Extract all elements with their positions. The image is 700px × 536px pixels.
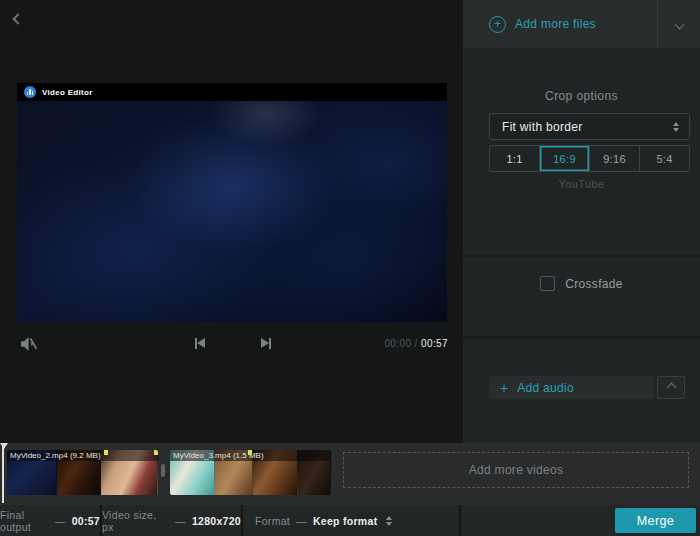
final-output-cell: Final output — 00:57 xyxy=(0,505,100,536)
aspect-ratio-group: 1:1 16:9 9:16 5:4 xyxy=(489,145,690,172)
time-divider: / xyxy=(415,338,418,349)
format-label: Format xyxy=(255,515,290,527)
add-audio-button[interactable]: + Add audio xyxy=(489,376,654,399)
video-size-label: Video size, px xyxy=(102,509,169,533)
trim-marker[interactable] xyxy=(248,450,252,455)
format-cell: Format — Keep format xyxy=(243,505,459,536)
collapse-audio-button[interactable] xyxy=(657,376,685,399)
video-size-cell: Video size, px — 1280x720 xyxy=(102,505,241,536)
crop-mode-select[interactable]: Fit with border xyxy=(489,113,690,140)
editor-pane: Video Editor 00:00 / 00:57 xyxy=(0,0,463,443)
skip-previous-button[interactable] xyxy=(195,338,205,349)
trim-marker[interactable] xyxy=(104,450,108,455)
section-divider xyxy=(463,336,700,338)
timeline-clip-1[interactable]: MyVideo_2.mp4 (9.2 MB) xyxy=(7,450,158,495)
ratio-9-16-button[interactable]: 9:16 xyxy=(590,146,640,171)
plus-circle-icon: + xyxy=(489,16,506,33)
chevron-up-icon xyxy=(666,383,676,393)
crossfade-row: Crossfade xyxy=(463,276,700,291)
timeline: MyVideo_2.mp4 (9.2 MB) MyVideo_3.mp4 (1.… xyxy=(0,443,700,505)
crossfade-label: Crossfade xyxy=(565,277,622,291)
video-editor-badge: Video Editor xyxy=(42,88,93,97)
add-more-files-label: Add more files xyxy=(515,17,596,31)
time-total: 00:57 xyxy=(421,338,448,349)
skip-next-button[interactable] xyxy=(261,338,271,349)
footer-bar: Final output — 00:57 Video size, px — 12… xyxy=(0,505,700,536)
video-canvas[interactable] xyxy=(17,101,447,322)
select-stepper-icon xyxy=(673,122,679,132)
merge-cell: Merge xyxy=(461,505,700,536)
back-button[interactable] xyxy=(14,9,30,25)
crop-mode-value: Fit with border xyxy=(502,120,673,134)
video-size-value: 1280x720 xyxy=(192,515,241,527)
video-merger-app: Video Editor 00:00 / 00:57 xyxy=(0,0,700,536)
muted-speaker-icon xyxy=(20,336,38,352)
timeline-clip-2[interactable]: MyVideo_3.mp4 (1.5 MB) xyxy=(170,450,331,495)
final-output-label: Final output xyxy=(0,509,49,533)
time-display: 00:00 / 00:57 xyxy=(384,338,448,349)
options-sidebar: + Add more files Crop options Fit with b… xyxy=(463,0,700,443)
add-more-files-bar[interactable]: + Add more files xyxy=(463,0,700,48)
ratio-16-9-button[interactable]: 16:9 xyxy=(540,146,590,171)
transport-controls xyxy=(195,334,271,352)
video-editor-logo-icon xyxy=(24,86,36,98)
video-preview: Video Editor xyxy=(17,83,447,322)
ratio-1-1-button[interactable]: 1:1 xyxy=(490,146,540,171)
trim-marker[interactable] xyxy=(154,450,158,455)
crop-options-title: Crop options xyxy=(463,89,700,103)
clip-1-filename: MyVideo_2.mp4 (9.2 MB) xyxy=(7,450,158,461)
time-current: 00:00 xyxy=(384,338,411,349)
add-more-videos-dropzone[interactable]: Add more videos xyxy=(343,452,689,488)
section-divider xyxy=(463,255,700,257)
format-select-value[interactable]: Keep format xyxy=(313,515,378,527)
chevron-left-icon xyxy=(12,13,23,24)
chevron-down-icon xyxy=(674,19,684,29)
final-output-value: 00:57 xyxy=(72,515,100,527)
ratio-5-4-button[interactable]: 5:4 xyxy=(640,146,689,171)
collapse-files-button[interactable] xyxy=(657,0,700,48)
clip-gap-handle[interactable] xyxy=(161,464,165,477)
video-preview-topbar: Video Editor xyxy=(17,83,447,101)
playhead-flag xyxy=(0,443,8,449)
crossfade-checkbox[interactable] xyxy=(540,276,555,291)
playhead[interactable] xyxy=(2,444,4,503)
mute-button[interactable] xyxy=(20,336,38,352)
add-audio-label: Add audio xyxy=(517,381,574,395)
format-select-stepper-icon[interactable] xyxy=(386,516,392,526)
merge-button[interactable]: Merge xyxy=(615,508,696,533)
add-more-videos-label: Add more videos xyxy=(469,463,564,477)
plus-icon: + xyxy=(500,381,508,395)
ratio-preset-label: YouTube xyxy=(463,178,700,190)
